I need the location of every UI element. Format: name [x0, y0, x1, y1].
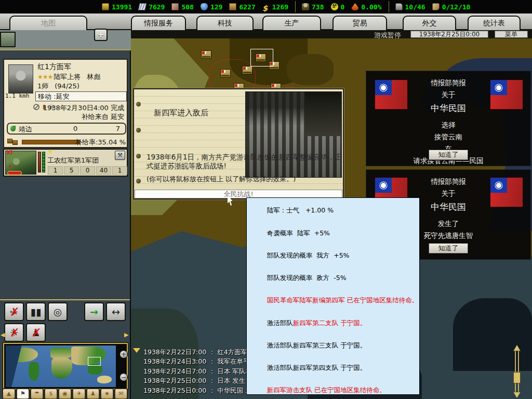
briefing-line: 情报部简报	[431, 177, 466, 187]
resource-item: 0.00%	[351, 3, 381, 11]
resource-value: 10/46	[405, 3, 425, 11]
forbid-cross-icon: ✗	[10, 304, 19, 321]
reorganize-button[interactable]: ↔	[106, 302, 126, 321]
tab-diplomacy[interactable]: 外交	[403, 16, 456, 30]
tab-technology[interactable]: 科技	[196, 16, 254, 30]
victory-mode-button[interactable]: ★	[101, 389, 113, 399]
resource-value: 6227	[239, 3, 255, 11]
money-icon	[262, 3, 270, 10]
zoom-out-button[interactable]: −	[119, 373, 128, 381]
tooltip-line: 激活部队新四军第二支队 于宁国。	[250, 312, 419, 334]
command-glyph: ◎	[54, 306, 62, 317]
slider-thumb[interactable]	[513, 372, 521, 383]
resource-value: 1269	[272, 3, 288, 11]
forbid-cross-icon: ✗	[32, 325, 41, 341]
amphibious-button[interactable]	[0, 32, 16, 47]
resource-mode-button[interactable]: ◉	[59, 389, 71, 399]
acknowledge-button[interactable]: 知道了	[429, 243, 468, 254]
log-time: 1938年2月25日0:00	[143, 387, 210, 395]
experience-star-icon: ★	[48, 148, 53, 155]
tab-trade[interactable]: 贸易	[332, 16, 387, 30]
move-button[interactable]: →	[84, 302, 104, 321]
political-mode-button[interactable]: ⚑	[17, 389, 29, 399]
tooltip-line: 部队发现的概率 敌方 -5%	[250, 267, 419, 289]
command-glyph: →	[90, 306, 98, 317]
map-zoom-slider	[512, 345, 522, 399]
aviation-mode-button[interactable]: ✈	[73, 389, 85, 399]
scroll-left-arrow[interactable]: ◀	[1, 331, 5, 338]
minimap[interactable]	[6, 345, 116, 387]
province-selector[interactable]: 靖边 0 7	[7, 123, 126, 135]
ring-hole-icon	[136, 128, 141, 132]
log-separator: :	[211, 387, 213, 394]
log-collapse-arrow-icon[interactable]	[133, 348, 140, 353]
division-upgrade-button[interactable]: ⚒	[115, 151, 125, 160]
tab-intelligence[interactable]: 情报服务	[131, 16, 186, 30]
unit-name: 红1方面军	[37, 62, 71, 72]
diplomatic-mode-button[interactable]: ✉	[115, 389, 127, 399]
corps-numeral: XI	[6, 149, 13, 156]
no-partisans-button[interactable]: ♟ ✗	[26, 323, 46, 342]
ring-hole-icon	[136, 179, 141, 183]
command-divider	[0, 299, 130, 300]
no-air-support-button[interactable]: ✈ ✗	[4, 302, 24, 321]
command-glyph: ↔	[112, 306, 120, 317]
game-screen: 13991 7629 508 129 6227 1269	[0, 0, 532, 399]
dissent-icon	[351, 3, 358, 10]
briefing-line: 死守先逃唐生智	[424, 231, 473, 241]
tab-statistics[interactable]: 统计表	[468, 16, 521, 30]
selection-box	[250, 49, 273, 66]
tab-production[interactable]: 生产	[262, 16, 321, 30]
resource-value: 13991	[112, 3, 132, 11]
province-value-2: 7	[116, 125, 120, 132]
tab-map[interactable]: 地图	[9, 16, 87, 30]
move-order-box: 移动 :延安	[35, 91, 127, 101]
halt-icon	[33, 104, 39, 110]
briefing-line: 中华民国	[431, 102, 466, 114]
menu-button[interactable]: 菜单	[495, 31, 528, 38]
zoom-in-button[interactable]: +	[119, 350, 128, 358]
unit-counter[interactable]	[201, 50, 211, 59]
supply-row: 补给率:35.04 %	[6, 138, 127, 146]
unit-info-panel: 红1方面军 ★★★陆军上将林彪 1师(94/25) 移动 :延安 1.1 kmh…	[3, 59, 128, 148]
weather-mode-button[interactable]: ☂	[31, 389, 43, 399]
supplies-icon	[229, 3, 236, 10]
units-mode-button[interactable]: ♟	[87, 389, 99, 399]
acknowledge-button[interactable]: 知道了	[429, 150, 468, 160]
ring-hole-icon	[136, 154, 141, 158]
pin-panel-button[interactable]: +	[94, 29, 108, 41]
tooltip-line: 新四军游击支队 已在宁国地区集结待命。	[250, 379, 419, 395]
unit-rank: 陆军上将	[54, 73, 81, 81]
resource-value: 129	[210, 3, 222, 11]
arrival-eta: 1938年2月30日4:00 完成	[43, 103, 124, 113]
division-card[interactable]: ★ XI ★ 工农红军第1军团 ⚒ 150401	[3, 149, 128, 177]
slider-up-arrow[interactable]	[513, 345, 521, 351]
resource-value: 0.00%	[361, 3, 381, 11]
briefing-line: 选择	[442, 121, 456, 130]
no-bombardment-button[interactable]: ☀ ✗	[4, 323, 24, 342]
objective-button[interactable]: ◎	[48, 302, 68, 321]
scroll-right-arrow[interactable]: ▶	[124, 331, 128, 338]
event-dialog: 新四军进入敌后 1938年6月1日，南方共产党游击队改编的新四军整编完毕，正式挺…	[133, 88, 344, 200]
resource-item: 129	[201, 3, 222, 11]
paused-label: 游戏暂停	[374, 31, 401, 40]
economic-mode-button[interactable]: $	[45, 389, 57, 399]
event-effects-tooltip: 陆军 : 士气 +1.00 % 奇袭概率 陆军 +5% 部队发现的概率 我方 +…	[246, 197, 420, 395]
unit-counter[interactable]	[220, 69, 231, 77]
unit-counter[interactable]	[242, 66, 252, 74]
resource-item: 508	[171, 3, 193, 11]
status-bar: 游戏暂停 1938年2月25日0:00 菜单	[131, 30, 532, 38]
minimap-continent	[88, 364, 102, 375]
resource-item: 738	[295, 1, 324, 12]
oil-icon	[201, 3, 208, 10]
resource-value: 508	[181, 3, 193, 11]
briefing-line: 关于	[442, 90, 456, 100]
slider-down-arrow[interactable]	[513, 392, 521, 398]
terrain-mode-button[interactable]: ▲	[3, 389, 15, 399]
unit-filter-button[interactable]: ▮▮	[26, 302, 46, 321]
event-hint: (你可以将鼠标放在按钮上 以了解你选择的效果。)	[147, 175, 342, 184]
minimap-view-rect[interactable]	[88, 357, 101, 366]
division-stat-value: 5	[64, 166, 79, 175]
panel-divider	[0, 49, 131, 50]
forbid-cross-icon: ✗	[10, 325, 19, 341]
